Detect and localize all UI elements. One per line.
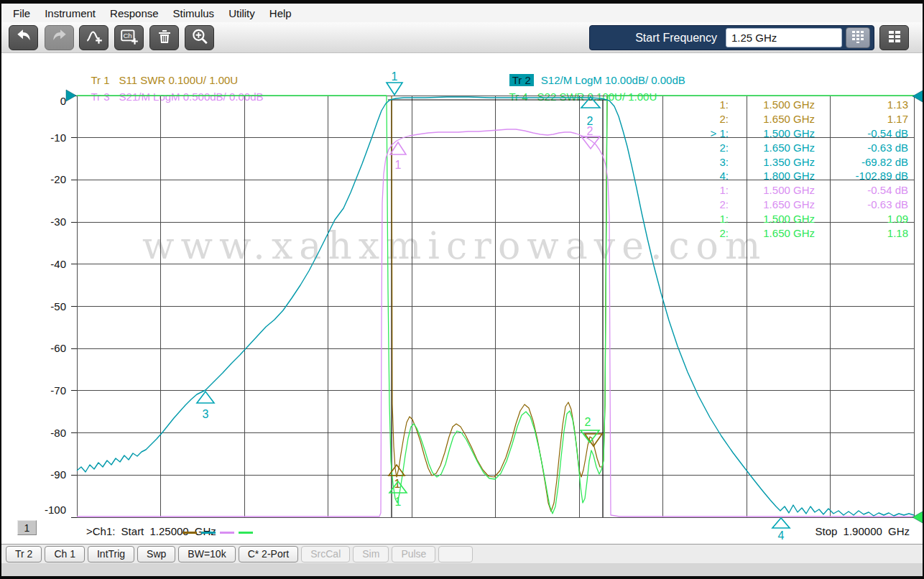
delete-button[interactable] [149, 25, 179, 50]
window-bottom-edge [1, 576, 923, 579]
marker-frequency: 1.650 GHz [729, 227, 815, 239]
marker-table-row: 4:1.800 GHz-102.89 dB [691, 169, 908, 183]
marker-value: -0.54 dB [815, 184, 908, 196]
marker-number: 1: [691, 213, 729, 225]
marker-number: 2: [691, 198, 729, 210]
y-axis-label: -80 [23, 427, 66, 439]
trash-icon [156, 28, 173, 48]
trace-id-tr4: Tr 4 [509, 91, 527, 103]
marker-value: 1.17 [815, 113, 908, 125]
marker-3-tr2-label: 3 [203, 408, 209, 420]
marker-frequency: 1.650 GHz [729, 113, 815, 125]
trace-color-legend [183, 530, 253, 534]
start-frequency-input[interactable] [726, 28, 842, 47]
vna-application-window: FileInstrumentResponseStimulusUtilityHel… [0, 0, 924, 579]
trace-id-tr3: Tr 3 [91, 91, 109, 103]
marker-number: 4: [691, 170, 729, 182]
marker-1-tr2[interactable] [387, 83, 402, 95]
marker-4-tr2-label: 4 [778, 529, 785, 542]
marker-table-row: > 1:1.500 GHz-0.54 dB [691, 126, 908, 141]
menu-item-response[interactable]: Response [103, 7, 166, 19]
marker-2-tr3[interactable] [581, 136, 600, 149]
legend-dash-tr3 [220, 532, 234, 534]
status-button-tr-2[interactable]: Tr 2 [6, 546, 42, 562]
y-axis-label: -30 [23, 216, 66, 228]
channel-stop-label: Stop 1.90000 GHz [816, 525, 910, 537]
status-button-sim: Sim [353, 546, 389, 562]
ref-left-tr2-icon [66, 90, 76, 101]
trace-header-tr3[interactable]: Tr 3S21/M LogM 0.500dB/ 0.00dB [79, 78, 264, 115]
marker-value: 1.09 [815, 213, 908, 225]
marker-1-tr2-label: 1 [392, 70, 398, 83]
marker-frequency: 1.650 GHz [729, 198, 815, 210]
zoom-button[interactable] [185, 25, 214, 50]
y-axis-label: -40 [23, 258, 66, 270]
menu-item-file[interactable]: File [6, 7, 37, 19]
add-marker-button[interactable] [79, 25, 108, 50]
marker-4-tr2[interactable] [772, 518, 790, 528]
status-button-srccal: SrcCal [301, 546, 350, 562]
marker-3-tr2[interactable] [197, 392, 214, 403]
marker-frequency: 1.500 GHz [729, 127, 815, 139]
keypad-button[interactable] [846, 27, 870, 48]
ref-right-tr2-icon [913, 91, 923, 102]
svg-text:Ch: Ch [123, 32, 131, 40]
marker-table-row: 1:1.500 GHz-0.54 dB [691, 183, 908, 198]
legend-dash-tr1 [183, 532, 197, 534]
marker-table-row: 1:1.500 GHz1.09 [691, 211, 908, 226]
status-button-pulse: Pulse [392, 546, 435, 562]
trace-format-tr4: S22 SWR 0.100U/ 1.00U [537, 91, 657, 103]
marker-1-tr3-label: 1 [395, 159, 402, 171]
status-button-c-2-port[interactable]: C* 2-Port [239, 546, 299, 562]
legend-dash-tr4 [239, 532, 253, 534]
marker-1-tr3[interactable] [390, 142, 406, 154]
undo-icon [14, 27, 33, 49]
marker-table-row: 2:1.650 GHz1.18 [691, 226, 908, 240]
marker-1-tr1[interactable] [389, 465, 405, 476]
menu-item-instrument[interactable]: Instrument [37, 7, 103, 19]
y-axis-label: -90 [23, 468, 66, 481]
y-axis-label: -20 [23, 173, 66, 185]
status-button-swp[interactable]: Swp [137, 546, 175, 562]
marker-table-row: 3:1.350 GHz-69.82 dB [691, 154, 908, 169]
bottom-gray-strip [1, 563, 923, 576]
marker-number: 2: [691, 113, 729, 125]
y-axis-label: -100 [23, 504, 66, 516]
marker-frequency: 1.500 GHz [729, 213, 815, 225]
status-button-bw-10k[interactable]: BW=10k [178, 546, 235, 562]
marker-value: -0.63 dB [815, 142, 908, 154]
marker-value: -0.63 dB [815, 198, 908, 210]
marker-number: 2: [691, 142, 729, 154]
undo-button[interactable] [9, 25, 38, 50]
marker-table-row: 1:1.500 GHz1.13 [691, 98, 908, 112]
marker-value: -0.54 dB [815, 127, 908, 139]
add-channel-button[interactable]: Ch [114, 25, 144, 50]
marker-number: 1: [691, 98, 729, 111]
menu-item-help[interactable]: Help [262, 7, 299, 19]
menu-grid-icon [887, 29, 902, 47]
start-frequency-panel: Start Frequency [589, 25, 874, 50]
marker-value: 1.18 [815, 227, 908, 239]
marker-2-tr4-label: 2 [585, 416, 591, 428]
marker-table: 1:1.500 GHz1.132:1.650 GHz1.17> 1:1.500 … [691, 98, 908, 240]
add-channel-icon: Ch [119, 27, 139, 49]
trace-header-tr4[interactable]: Tr 4S22 SWR 0.100U/ 1.00U [497, 78, 657, 115]
channel-indicator-button[interactable]: 1 [17, 520, 37, 535]
status-button-ch-1[interactable]: Ch 1 [45, 546, 85, 562]
status-button-blank [438, 546, 473, 562]
menu-item-utility[interactable]: Utility [221, 7, 262, 19]
menu-item-stimulus[interactable]: Stimulus [166, 7, 222, 19]
marker-number: 3: [691, 156, 729, 168]
y-axis-label: -70 [23, 384, 66, 397]
y-axis-label: -50 [23, 300, 66, 312]
marker-1-tr4-label: 1 [395, 496, 402, 508]
status-button-inttrig[interactable]: IntTrig [88, 546, 134, 562]
marker-value: -102.89 dB [815, 170, 908, 182]
redo-button [45, 25, 74, 50]
softkey-menu-button[interactable] [879, 25, 909, 50]
legend-dash-tr2 [201, 532, 216, 534]
marker-1-tr4[interactable] [389, 481, 407, 493]
marker-frequency: 1.500 GHz [729, 184, 815, 196]
toolbar: Ch Start Frequency [1, 22, 923, 53]
marker-frequency: 1.800 GHz [729, 170, 815, 182]
